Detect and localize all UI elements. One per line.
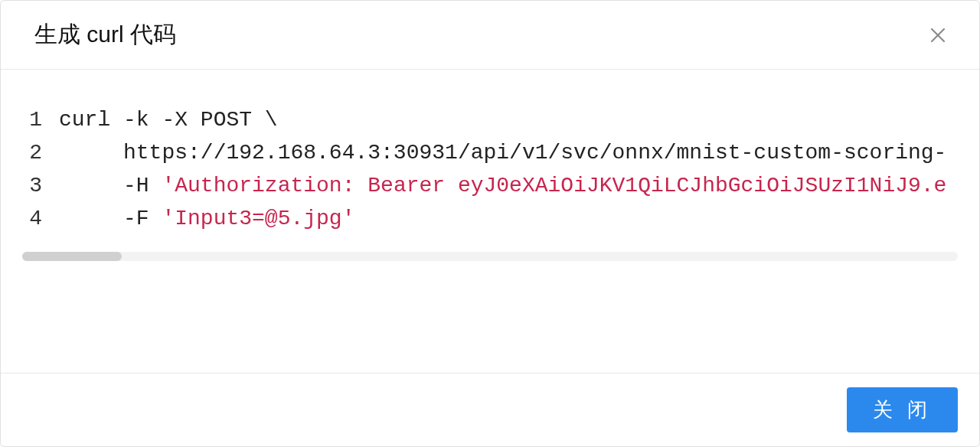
code-content: -H 'Authorization: Bearer eyJ0eXAiOiJKV1… [59, 169, 958, 202]
code-content: curl -k -X POST \ [59, 103, 958, 136]
scrollbar-thumb[interactable] [22, 252, 122, 261]
code-lines: 1 curl -k -X POST \ 2 https://192.168.64… [22, 103, 958, 235]
line-number: 3 [22, 169, 59, 202]
horizontal-scrollbar[interactable] [22, 252, 958, 261]
code-content: -F 'Input3=@5.jpg' [59, 202, 958, 235]
code-line: 1 curl -k -X POST \ [22, 103, 958, 136]
code-content: https://192.168.64.3:30931/api/v1/svc/on… [59, 136, 958, 169]
code-line: 3 -H 'Authorization: Bearer eyJ0eXAiOiJK… [22, 169, 958, 202]
modal-title: 生成 curl 代码 [34, 19, 176, 51]
line-number: 1 [22, 103, 59, 136]
code-block: 1 curl -k -X POST \ 2 https://192.168.64… [22, 103, 958, 261]
modal-body: 1 curl -k -X POST \ 2 https://192.168.64… [1, 70, 979, 373]
code-line: 2 https://192.168.64.3:30931/api/v1/svc/… [22, 136, 958, 169]
close-icon[interactable] [927, 24, 949, 46]
modal-header: 生成 curl 代码 [1, 1, 979, 70]
modal-footer: 关 闭 [1, 373, 979, 446]
code-line: 4 -F 'Input3=@5.jpg' [22, 202, 958, 235]
modal-dialog: 生成 curl 代码 1 curl -k -X POST \ 2 https:/… [0, 0, 980, 447]
close-button[interactable]: 关 闭 [847, 387, 958, 432]
line-number: 2 [22, 136, 59, 169]
line-number: 4 [22, 202, 59, 235]
